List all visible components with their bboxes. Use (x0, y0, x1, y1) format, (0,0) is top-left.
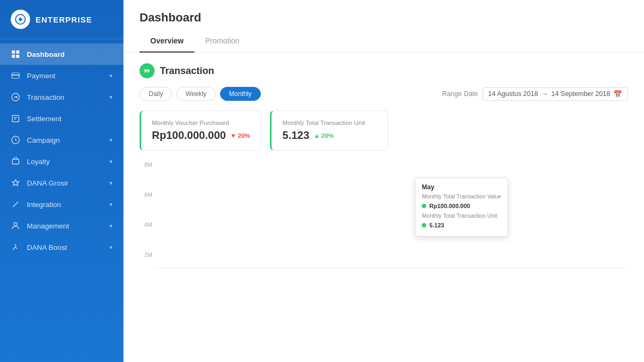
y-label-4m: 4M (140, 221, 152, 228)
chevron-down-icon: ▾ (109, 201, 113, 208)
date-range-value[interactable]: 14 Agustus 2018 → 14 September 2018 📅 (482, 87, 628, 101)
chart-bars (155, 161, 628, 269)
tooltip-dot-1 (422, 204, 426, 208)
dana-grosir-icon (11, 178, 20, 188)
main-body: Transaction Daily Weekly Monthly Range D… (123, 53, 644, 362)
stat-value-transaction: 5.123 (282, 129, 309, 142)
stat-badge-voucher: ▼ 20% (230, 132, 250, 139)
sidebar-item-payment[interactable]: Payment ▾ (0, 65, 123, 86)
section-header: Transaction (140, 63, 628, 78)
dana-boost-icon (11, 242, 20, 252)
sidebar-item-label-integration: Integration (27, 201, 61, 209)
payment-icon (11, 71, 20, 80)
svg-rect-3 (12, 55, 15, 58)
y-label-8m: 8M (140, 161, 152, 168)
sidebar-item-label-dana-grosir: DANA Grosir (27, 179, 68, 187)
stat-label-voucher: Monthly Voucher Purchased (152, 120, 250, 126)
y-label-2m: 2M (140, 252, 152, 258)
dashboard-icon (11, 49, 20, 59)
date-range-label: Range Date (442, 90, 478, 98)
stat-value-voucher: Rp100.000.000 (152, 129, 226, 142)
stats-row: Monthly Voucher Purchased Rp100.000.000 … (140, 110, 628, 151)
tooltip-subtitle: Monthly Total Transaction Value (422, 193, 501, 200)
sidebar-item-dana-grosir[interactable]: DANA Grosir ▾ (0, 172, 123, 194)
sidebar-item-label-management: Management (27, 222, 69, 230)
sidebar-item-management[interactable]: Management ▾ (0, 215, 123, 237)
sidebar: ENTERPRISE Dashboard Payment ▾ (0, 0, 123, 362)
main-content: Dashboard Overview Promotion Transaction… (123, 0, 644, 362)
tooltip-month: May (422, 183, 501, 191)
svg-rect-8 (12, 115, 19, 122)
settlement-icon (11, 114, 20, 123)
date-range: Range Date 14 Agustus 2018 → 14 Septembe… (442, 87, 628, 101)
transaction-icon (11, 92, 20, 102)
filter-buttons: Daily Weekly Monthly (140, 87, 261, 101)
chevron-down-icon: ▾ (109, 244, 113, 251)
page-title: Dashboard (140, 11, 628, 25)
y-label-6m: 6M (140, 191, 152, 198)
campaign-icon (11, 135, 20, 145)
logo-icon (11, 10, 30, 29)
tooltip-value2-text: 5.123 (429, 222, 444, 228)
main-header: Dashboard Overview Promotion (123, 0, 644, 53)
svg-rect-2 (16, 50, 19, 54)
loyalty-icon (11, 157, 20, 166)
sidebar-item-label-settlement: Settlement (27, 115, 62, 123)
sidebar-item-label-transaction: Transaction (27, 93, 64, 101)
tooltip-value2: 5.123 (422, 222, 501, 228)
filter-weekly-button[interactable]: Weekly (177, 87, 216, 101)
svg-rect-1 (12, 50, 15, 54)
tooltip-value2-subtitle: Monthly Total Transaction Unit (422, 212, 501, 219)
tooltip-value1: Rp100.000.000 (422, 203, 501, 209)
svg-point-13 (14, 223, 17, 226)
svg-rect-6 (12, 75, 19, 76)
chevron-down-icon: ▾ (109, 72, 113, 79)
tooltip-dot-2 (422, 223, 426, 227)
stat-badge-transaction: ▲ 20% (313, 132, 333, 139)
chevron-down-icon: ▾ (109, 137, 113, 144)
transaction-section-icon (140, 63, 155, 78)
calendar-icon: 📅 (613, 90, 622, 98)
integration-icon (11, 200, 20, 209)
section-title: Transaction (160, 65, 214, 77)
chevron-down-icon: ▾ (109, 223, 113, 230)
management-icon (11, 221, 20, 231)
chart-tooltip: May Monthly Total Transaction Value Rp10… (415, 178, 508, 237)
sidebar-item-settlement[interactable]: Settlement (0, 108, 123, 129)
filter-monthly-button[interactable]: Monthly (220, 87, 261, 101)
svg-rect-12 (12, 159, 19, 164)
chevron-down-icon: ▾ (109, 158, 113, 165)
chart-area: 8M 6M 4M 2M (140, 161, 628, 269)
sidebar-item-label-dana-boost: DANA Boost (27, 243, 67, 252)
sidebar-item-dashboard[interactable]: Dashboard (0, 43, 123, 65)
sidebar-item-dana-boost[interactable]: DANA Boost ▾ (0, 237, 123, 258)
stat-card-transaction: Monthly Total Transaction Unit 5.123 ▲ 2… (270, 110, 388, 151)
chevron-down-icon: ▾ (109, 180, 113, 187)
sidebar-item-transaction[interactable]: Transaction ▾ (0, 86, 123, 108)
date-arrow: → (541, 90, 548, 98)
tooltip-value1-text: Rp100.000.000 (429, 203, 470, 209)
chevron-down-icon: ▾ (109, 94, 113, 101)
sidebar-item-label-payment: Payment (27, 72, 55, 80)
sidebar-item-label-dashboard: Dashboard (27, 50, 65, 58)
sidebar-nav: Dashboard Payment ▾ Transaction ▾ (0, 39, 123, 362)
arrow-down-icon: ▼ (230, 132, 236, 139)
date-start: 14 Agustus 2018 (488, 90, 538, 98)
tabs-row: Overview Promotion (140, 32, 628, 52)
sidebar-logo: ENTERPRISE (0, 0, 123, 39)
sidebar-item-label-loyalty: Loyalty (27, 158, 50, 166)
svg-rect-4 (16, 55, 19, 58)
date-end: 14 September 2018 (551, 90, 610, 98)
sidebar-item-loyalty[interactable]: Loyalty ▾ (0, 151, 123, 172)
logo-text: ENTERPRISE (35, 15, 92, 24)
filter-daily-button[interactable]: Daily (140, 87, 172, 101)
sidebar-item-label-campaign: Campaign (27, 136, 60, 144)
stat-card-voucher: Monthly Voucher Purchased Rp100.000.000 … (140, 110, 261, 151)
arrow-up-icon: ▲ (313, 132, 319, 139)
tab-overview[interactable]: Overview (140, 32, 194, 53)
sidebar-item-campaign[interactable]: Campaign ▾ (0, 129, 123, 151)
stat-label-transaction: Monthly Total Transaction Unit (282, 120, 377, 126)
filter-row: Daily Weekly Monthly Range Date 14 Agust… (140, 87, 628, 101)
tab-promotion[interactable]: Promotion (194, 32, 250, 53)
sidebar-item-integration[interactable]: Integration ▾ (0, 194, 123, 215)
